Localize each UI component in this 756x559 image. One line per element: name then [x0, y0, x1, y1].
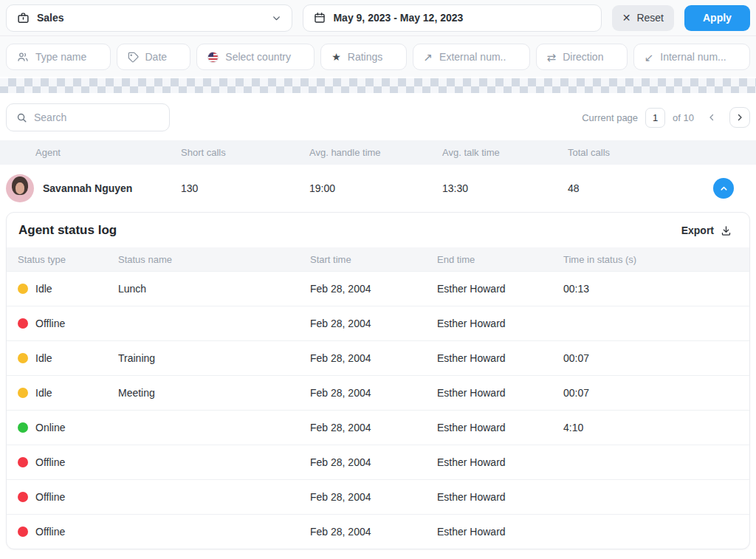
column-header: Short calls — [181, 147, 309, 158]
tag-icon — [128, 52, 139, 63]
agents-table-header: Agent Short calls Avg. handle time Avg. … — [0, 140, 756, 165]
start-time-value: Feb 28, 2004 — [310, 456, 437, 468]
end-time-value: Esther Howard — [437, 318, 563, 329]
column-header: Start time — [310, 254, 437, 265]
short-calls-value: 130 — [181, 182, 309, 194]
filter-label: Direction — [563, 51, 603, 63]
reset-button[interactable]: ✕ Reset — [612, 5, 674, 31]
filter-select-country[interactable]: Select country — [196, 44, 315, 70]
prev-page-button[interactable] — [701, 107, 722, 128]
status-log-row: Offline Feb 28, 2004 Esther Howard — [7, 306, 749, 340]
filter-internal-number[interactable]: ↙ Internal num... — [633, 44, 750, 70]
date-range-value: May 9, 2023 - May 12, 2023 — [333, 12, 463, 24]
time-in-status-value: 4:10 — [563, 422, 749, 433]
column-header: Status type — [18, 254, 118, 265]
card-title: Agent status log — [18, 223, 117, 238]
status-type-value: Offline — [35, 526, 65, 538]
time-in-status-value: 00:07 — [563, 387, 749, 399]
column-header: Time in status (s) — [563, 254, 749, 265]
end-time-value: Esther Howard — [437, 283, 563, 295]
current-page-input[interactable]: 1 — [645, 108, 665, 128]
star-icon: ★ — [331, 52, 341, 62]
end-time-value: Esther Howard — [437, 526, 563, 538]
status-type-value: Offline — [35, 491, 65, 503]
export-label: Export — [681, 224, 714, 236]
next-page-button[interactable] — [729, 107, 750, 128]
filter-label: Date — [145, 51, 168, 63]
checkerboard-strip — [0, 77, 756, 93]
column-header: Avg. handle time — [309, 147, 442, 158]
filter-ratings[interactable]: ★ Ratings — [320, 44, 406, 70]
end-time-value: Esther Howard — [437, 422, 563, 433]
start-time-value: Feb 28, 2004 — [310, 491, 437, 503]
status-log-row: Offline Feb 28, 2004 Esther Howard — [7, 445, 749, 479]
status-dot — [18, 284, 28, 294]
end-time-value: Esther Howard — [437, 456, 563, 468]
date-range-picker[interactable]: May 9, 2023 - May 12, 2023 — [303, 4, 601, 32]
users-icon — [17, 51, 29, 63]
report-type-select[interactable]: Sales — [6, 4, 292, 32]
status-dot — [18, 318, 28, 329]
filter-date[interactable]: Date — [117, 44, 191, 70]
status-type-value: Idle — [35, 387, 52, 399]
status-name-value: Lunch — [118, 283, 310, 295]
agent-status-log-card: Agent status log Export Status type Stat… — [6, 212, 750, 549]
collapse-row-button[interactable] — [713, 178, 734, 199]
start-time-value: Feb 28, 2004 — [310, 422, 437, 433]
filter-label: Type name — [35, 51, 86, 63]
start-time-value: Feb 28, 2004 — [310, 387, 437, 399]
agent-row[interactable]: Savannah Nguyen 130 19:00 13:30 48 — [0, 165, 756, 212]
search-icon — [16, 112, 27, 123]
status-log-header: Status type Status name Start time End t… — [7, 247, 749, 271]
arrows-both-icon: ⇄ — [547, 52, 557, 63]
filter-external-number[interactable]: ↗ External num.. — [413, 44, 530, 70]
search-input[interactable] — [34, 112, 159, 123]
chevron-down-icon — [272, 13, 281, 23]
status-dot — [18, 527, 28, 537]
total-calls-value: 48 — [568, 182, 703, 194]
download-icon — [721, 225, 732, 236]
status-log-row: Online Feb 28, 2004 Esther Howard 4:10 — [7, 410, 749, 445]
start-time-value: Feb 28, 2004 — [310, 352, 437, 364]
filter-direction[interactable]: ⇄ Direction — [536, 44, 628, 70]
status-type-value: Idle — [35, 352, 52, 364]
status-name-value: Meeting — [118, 387, 310, 399]
time-in-status-value: 00:07 — [563, 352, 749, 364]
column-header: Avg. talk time — [442, 147, 568, 158]
status-log-row: Idle Meeting Feb 28, 2004 Esther Howard … — [7, 375, 749, 410]
pagination: Current page 1 of 10 — [582, 107, 750, 128]
column-header: Total calls — [568, 147, 703, 158]
status-log-row: Offline Feb 28, 2004 Esther Howard — [7, 479, 749, 514]
status-dot — [18, 388, 28, 398]
end-time-value: Esther Howard — [437, 352, 563, 364]
status-log-row: Offline Feb 28, 2004 Esther Howard — [7, 514, 749, 549]
time-in-status-value: 00:13 — [563, 283, 749, 295]
briefcase-icon — [17, 12, 30, 24]
agent-name: Savannah Nguyen — [43, 182, 132, 194]
export-button[interactable]: Export — [681, 224, 732, 236]
search-box[interactable] — [6, 103, 170, 131]
start-time-value: Feb 28, 2004 — [310, 526, 437, 538]
arrow-down-left-icon: ↙ — [645, 52, 654, 63]
filter-label: Internal num... — [660, 51, 726, 63]
arrow-up-right-icon: ↗ — [424, 52, 433, 63]
apply-label: Apply — [703, 12, 732, 24]
total-pages-label: of 10 — [673, 112, 694, 123]
start-time-value: Feb 28, 2004 — [310, 283, 437, 295]
filter-label: External num.. — [439, 51, 506, 63]
filter-bar: Type name Date Select country ★ Ratings … — [0, 36, 756, 77]
avg-talk-time-value: 13:30 — [442, 182, 568, 194]
status-log-row: Idle Lunch Feb 28, 2004 Esther Howard 00… — [7, 271, 749, 306]
apply-button[interactable]: Apply — [684, 5, 750, 31]
start-time-value: Feb 28, 2004 — [310, 318, 437, 329]
column-header: Status name — [118, 254, 310, 265]
filter-type-name[interactable]: Type name — [6, 44, 111, 70]
status-log-body: Idle Lunch Feb 28, 2004 Esther Howard 00… — [7, 271, 749, 549]
status-type-value: Offline — [35, 456, 65, 468]
current-page-label: Current page — [582, 112, 638, 123]
calendar-icon — [314, 12, 326, 24]
status-name-value: Training — [118, 352, 310, 364]
end-time-value: Esther Howard — [437, 491, 563, 503]
filter-label: Ratings — [348, 51, 382, 63]
status-log-row: Idle Training Feb 28, 2004 Esther Howard… — [7, 340, 749, 375]
